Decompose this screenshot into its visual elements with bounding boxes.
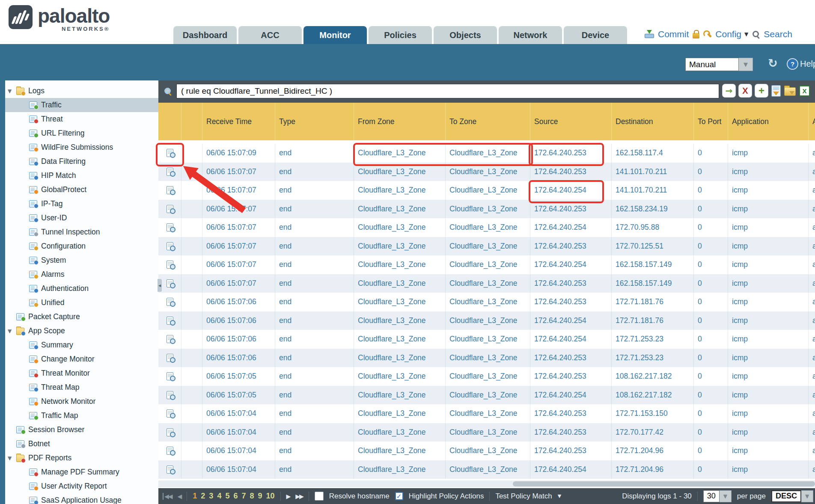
cell-to-port[interactable]: 0 bbox=[693, 293, 728, 311]
page-number-10[interactable]: 10 bbox=[266, 492, 274, 501]
cell-application[interactable]: icmp bbox=[728, 404, 808, 423]
log-detail-icon[interactable] bbox=[167, 317, 173, 325]
cell-source[interactable]: 172.64.240.254 bbox=[530, 181, 611, 200]
tab-acc[interactable]: ACC bbox=[238, 26, 302, 44]
previous-page-button[interactable]: ◀ bbox=[178, 493, 181, 500]
cell-destination[interactable]: 141.101.70.211 bbox=[611, 181, 693, 200]
clear-filter-button[interactable]: X bbox=[739, 84, 752, 97]
col-type[interactable]: Type bbox=[275, 103, 354, 140]
export-csv-icon[interactable]: X bbox=[799, 86, 810, 96]
log-detail-icon[interactable] bbox=[167, 149, 173, 157]
commit-mode-select[interactable]: Manual ▼ bbox=[685, 58, 753, 71]
cell-to-zone[interactable]: Cloudflare_L3_Zone bbox=[445, 367, 530, 386]
log-row[interactable]: 06/06 15:07:07endCloudflare_L3_ZoneCloud… bbox=[158, 255, 815, 274]
cell-application[interactable]: icmp bbox=[728, 330, 808, 349]
horizontal-scrollbar[interactable] bbox=[158, 480, 815, 487]
cell-to-port[interactable]: 0 bbox=[693, 442, 728, 460]
log-detail-icon[interactable] bbox=[167, 186, 173, 194]
cell-to-zone[interactable]: Cloudflare_L3_Zone bbox=[445, 144, 530, 163]
log-detail-icon[interactable] bbox=[167, 279, 173, 288]
cell-to-port[interactable]: 0 bbox=[693, 330, 728, 349]
cell-from-zone[interactable]: Cloudflare_L3_Zone bbox=[354, 237, 445, 256]
cell-to-port[interactable]: 0 bbox=[693, 274, 728, 293]
log-detail-icon[interactable] bbox=[167, 335, 173, 343]
cell-to-port[interactable]: 0 bbox=[693, 237, 728, 256]
cell-to-zone[interactable]: Cloudflare_L3_Zone bbox=[445, 404, 530, 423]
log-detail-icon[interactable] bbox=[167, 205, 173, 213]
cell-application[interactable]: icmp bbox=[728, 274, 808, 293]
expander-icon[interactable]: ▼ bbox=[8, 88, 16, 94]
refresh-icon[interactable]: ↻ bbox=[768, 56, 778, 70]
col-destination[interactable]: Destination bbox=[611, 103, 693, 140]
log-detail-icon[interactable] bbox=[167, 447, 173, 455]
cell-to-zone[interactable]: Cloudflare_L3_Zone bbox=[445, 237, 530, 256]
sidebar-item-hip-match[interactable]: HIP Match bbox=[5, 169, 158, 183]
cell-source[interactable]: 172.64.240.254 bbox=[530, 460, 611, 479]
expander-icon[interactable]: ▼ bbox=[8, 328, 16, 334]
lock-icon[interactable] bbox=[693, 33, 699, 39]
cell-destination[interactable]: 172.70.177.42 bbox=[611, 423, 693, 442]
cell-from-zone[interactable]: Cloudflare_L3_Zone bbox=[354, 404, 445, 423]
cell-to-zone[interactable]: Cloudflare_L3_Zone bbox=[445, 200, 530, 219]
log-row[interactable]: 06/06 15:07:05endCloudflare_L3_ZoneCloud… bbox=[158, 386, 815, 405]
cell-destination[interactable]: 162.158.157.149 bbox=[611, 255, 693, 274]
tab-monitor[interactable]: Monitor bbox=[303, 26, 367, 44]
cell-source[interactable]: 172.64.240.254 bbox=[530, 330, 611, 349]
col-from-zone[interactable]: From Zone bbox=[354, 103, 445, 140]
cell-destination[interactable]: 162.158.117.4 bbox=[611, 144, 693, 163]
cell-to-zone[interactable]: Cloudflare_L3_Zone bbox=[445, 255, 530, 274]
cell-source[interactable]: 172.64.240.253 bbox=[530, 293, 611, 311]
sidebar-item-authentication[interactable]: Authentication bbox=[5, 282, 158, 296]
sidebar-item-manage-pdf-summary[interactable]: Manage PDF Summary bbox=[5, 465, 158, 479]
sort-order-dropdown-button[interactable]: ▼ bbox=[801, 490, 813, 502]
cell-destination[interactable]: 172.70.125.51 bbox=[611, 237, 693, 256]
cell-from-zone[interactable]: Cloudflare_L3_Zone bbox=[354, 144, 445, 163]
cell-to-zone[interactable]: Cloudflare_L3_Zone bbox=[445, 163, 530, 181]
sidebar-item-data-filtering[interactable]: Data Filtering bbox=[5, 154, 158, 169]
log-detail-icon[interactable] bbox=[167, 391, 173, 399]
cell-source[interactable]: 172.64.240.253 bbox=[530, 349, 611, 368]
cell-source[interactable]: 172.64.240.254 bbox=[530, 255, 611, 274]
apply-filter-button[interactable]: → bbox=[723, 84, 735, 97]
cell-from-zone[interactable]: Cloudflare_L3_Zone bbox=[354, 460, 445, 479]
cell-source[interactable]: 172.64.240.254 bbox=[530, 218, 611, 237]
page-number-5[interactable]: 5 bbox=[225, 492, 229, 501]
tab-dashboard[interactable]: Dashboard bbox=[173, 26, 237, 44]
cell-destination[interactable]: 108.162.217.182 bbox=[611, 367, 693, 386]
cell-from-zone[interactable]: Cloudflare_L3_Zone bbox=[354, 274, 445, 293]
cell-to-zone[interactable]: Cloudflare_L3_Zone bbox=[445, 349, 530, 368]
log-detail-icon[interactable] bbox=[167, 428, 173, 436]
cell-to-port[interactable]: 0 bbox=[693, 200, 728, 219]
cell-application[interactable]: icmp bbox=[728, 367, 808, 386]
cell-destination[interactable]: 172.71.181.76 bbox=[611, 293, 693, 311]
cell-destination[interactable]: 108.162.217.182 bbox=[611, 386, 693, 405]
cell-to-port[interactable]: 0 bbox=[693, 311, 728, 330]
page-number-6[interactable]: 6 bbox=[233, 492, 238, 501]
cell-destination[interactable]: 162.158.234.19 bbox=[611, 200, 693, 219]
cell-destination[interactable]: 172.71.181.76 bbox=[611, 311, 693, 330]
cell-application[interactable]: icmp bbox=[728, 293, 808, 311]
sidebar-item-unified[interactable]: Unified bbox=[5, 296, 158, 310]
cell-from-zone[interactable]: Cloudflare_L3_Zone bbox=[354, 181, 445, 200]
tab-objects[interactable]: Objects bbox=[434, 26, 497, 44]
log-filter-input[interactable] bbox=[176, 84, 719, 98]
cell-to-zone[interactable]: Cloudflare_L3_Zone bbox=[445, 460, 530, 479]
highlight-policy-actions-checkbox[interactable]: ✓ bbox=[395, 492, 403, 500]
col-to-zone[interactable]: To Zone bbox=[445, 103, 530, 140]
cell-to-port[interactable]: 0 bbox=[693, 218, 728, 237]
page-number-3[interactable]: 3 bbox=[209, 492, 213, 501]
sidebar-item-system[interactable]: System bbox=[5, 253, 158, 267]
filter-builder-icon[interactable] bbox=[771, 85, 781, 97]
cell-application[interactable]: icmp bbox=[728, 349, 808, 368]
cell-to-zone[interactable]: Cloudflare_L3_Zone bbox=[445, 274, 530, 293]
cell-source[interactable]: 172.64.240.254 bbox=[530, 311, 611, 330]
sidebar-item-change-monitor[interactable]: Change Monitor bbox=[5, 352, 158, 366]
add-filter-button[interactable]: + bbox=[755, 84, 768, 97]
cell-to-port[interactable]: 0 bbox=[693, 144, 728, 163]
sidebar-item-botnet[interactable]: Botnet bbox=[5, 437, 158, 451]
col-to-port[interactable]: To Port bbox=[693, 103, 728, 140]
log-detail-icon[interactable] bbox=[167, 298, 173, 306]
col-source[interactable]: Source bbox=[530, 103, 611, 140]
cell-from-zone[interactable]: Cloudflare_L3_Zone bbox=[354, 293, 445, 311]
cell-from-zone[interactable]: Cloudflare_L3_Zone bbox=[354, 367, 445, 386]
